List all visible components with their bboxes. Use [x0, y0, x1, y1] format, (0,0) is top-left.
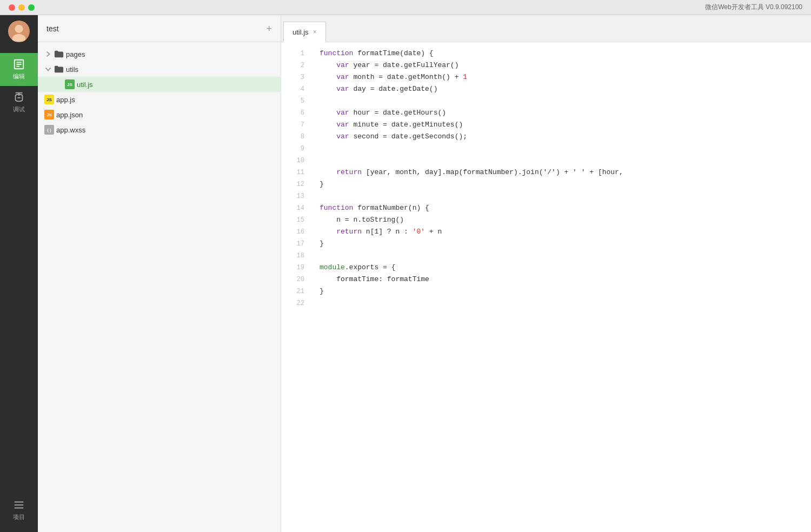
nav-bottom: 项目 [0, 499, 38, 521]
tree-item-pages[interactable]: pages [38, 46, 281, 62]
app-title: 微信Web开发者工具 V0.9.092100 [705, 3, 802, 12]
line-number-18: 18 [281, 250, 311, 262]
nav-item-edit[interactable]: 编辑 [0, 53, 38, 86]
maximize-button[interactable] [28, 4, 35, 11]
line-number-22: 22 [281, 297, 311, 309]
line-number-19: 19 [281, 262, 311, 274]
line-number-16: 16 [281, 226, 311, 238]
tree-item-utils-label: utils [66, 65, 78, 74]
file-tree-panel: test + pages ut [38, 15, 281, 532]
line-number-20: 20 [281, 274, 311, 285]
code-line-7: var minute = date.getMinutes() [320, 119, 811, 131]
js-file-icon-util: JS [65, 79, 75, 89]
svg-point-1 [15, 25, 23, 33]
code-line-20: formatTime: formatTime [320, 274, 811, 285]
line-number-21: 21 [281, 285, 311, 297]
nav-debug-label: 调试 [13, 105, 25, 114]
line-number-6: 6 [281, 107, 311, 119]
tree-item-app-wxss-label: app.wxss [56, 126, 85, 134]
icon-sidebar: 编辑 调试 项目 [0, 15, 38, 532]
code-line-22 [320, 297, 811, 309]
code-line-6: var hour = date.getHours() [320, 107, 811, 119]
code-line-12: } [320, 178, 811, 190]
debug-icon [13, 91, 25, 103]
tree-item-util-js-label: util.js [77, 81, 93, 89]
tree-item-app-js-label: app.js [56, 96, 75, 104]
add-file-button[interactable]: + [266, 24, 272, 34]
tab-util-js[interactable]: util.js × [283, 22, 326, 42]
code-line-15: n = n.toString() [320, 214, 811, 226]
editor-area: util.js × 123456789101112131415161718192… [281, 15, 811, 532]
avatar[interactable] [8, 21, 30, 42]
hamburger-icon [13, 499, 25, 511]
tab-bar: util.js × [281, 15, 811, 42]
close-button[interactable] [9, 4, 15, 11]
title-bar: 微信Web开发者工具 V0.9.092100 [0, 0, 811, 15]
code-line-9 [320, 143, 811, 155]
line-number-10: 10 [281, 155, 311, 167]
tab-close-button[interactable]: × [313, 28, 317, 36]
code-line-11: return [year, month, day].map(formatNumb… [320, 167, 811, 178]
line-number-7: 7 [281, 119, 311, 131]
line-number-4: 4 [281, 83, 311, 95]
code-line-16: return n[1] ? n : '0' + n [320, 226, 811, 238]
line-number-5: 5 [281, 95, 311, 107]
tab-label: util.js [293, 28, 309, 36]
line-number-8: 8 [281, 131, 311, 143]
line-number-3: 3 [281, 71, 311, 83]
edit-icon [13, 58, 25, 70]
code-line-10 [320, 155, 811, 167]
window-controls [9, 4, 35, 11]
json-file-icon: JN [44, 110, 54, 119]
file-tree-content: pages utils JS util.js JS app.js [38, 42, 281, 532]
line-number-1: 1 [281, 48, 311, 59]
tree-item-utils[interactable]: utils [38, 62, 281, 77]
tree-item-app-json[interactable]: JN app.json [38, 107, 281, 122]
file-tree-header: test + [38, 15, 281, 42]
minimize-button[interactable] [18, 4, 25, 11]
code-line-21: } [320, 285, 811, 297]
line-number-14: 14 [281, 202, 311, 214]
nav-item-debug[interactable]: 调试 [0, 86, 38, 119]
line-number-13: 13 [281, 190, 311, 202]
project-title: test [46, 24, 59, 33]
code-line-13 [320, 190, 811, 202]
tree-item-util-js[interactable]: JS util.js [38, 77, 281, 92]
code-line-8: var second = date.getSeconds(); [320, 131, 811, 143]
nav-edit-label: 编辑 [13, 72, 25, 81]
line-numbers: 12345678910111213141516171819202122 [281, 42, 311, 315]
line-number-15: 15 [281, 214, 311, 226]
code-line-1: function formatTime(date) { [320, 48, 811, 59]
tree-item-pages-label: pages [66, 50, 85, 58]
code-content: 12345678910111213141516171819202122 func… [281, 42, 811, 315]
code-line-2: var year = date.getFullYear() [320, 59, 811, 71]
wxss-file-icon: { } [44, 125, 54, 135]
nav-item-project[interactable]: 项目 [13, 499, 25, 521]
code-lines: function formatTime(date) { var year = d… [311, 42, 811, 315]
code-editor[interactable]: 12345678910111213141516171819202122 func… [281, 42, 811, 532]
folder-icon-pages [54, 50, 64, 58]
code-line-14: function formatNumber(n) { [320, 202, 811, 214]
tree-item-app-wxss[interactable]: { } app.wxss [38, 122, 281, 137]
js-file-icon-app: JS [44, 95, 54, 104]
tree-item-app-json-label: app.json [56, 111, 83, 119]
line-number-9: 9 [281, 143, 311, 155]
line-number-2: 2 [281, 59, 311, 71]
chevron-right-icon [44, 50, 52, 58]
code-line-18 [320, 250, 811, 262]
nav-project-label: 项目 [13, 513, 25, 521]
line-number-11: 11 [281, 167, 311, 178]
chevron-down-icon [44, 65, 52, 73]
line-number-12: 12 [281, 178, 311, 190]
code-line-17: } [320, 238, 811, 250]
code-line-19: module.exports = { [320, 262, 811, 274]
code-line-3: var month = date.getMonth() + 1 [320, 71, 811, 83]
tree-item-app-js[interactable]: JS app.js [38, 92, 281, 107]
folder-icon-utils [54, 65, 64, 74]
code-line-4: var day = date.getDate() [320, 83, 811, 95]
line-number-17: 17 [281, 238, 311, 250]
code-line-5 [320, 95, 811, 107]
